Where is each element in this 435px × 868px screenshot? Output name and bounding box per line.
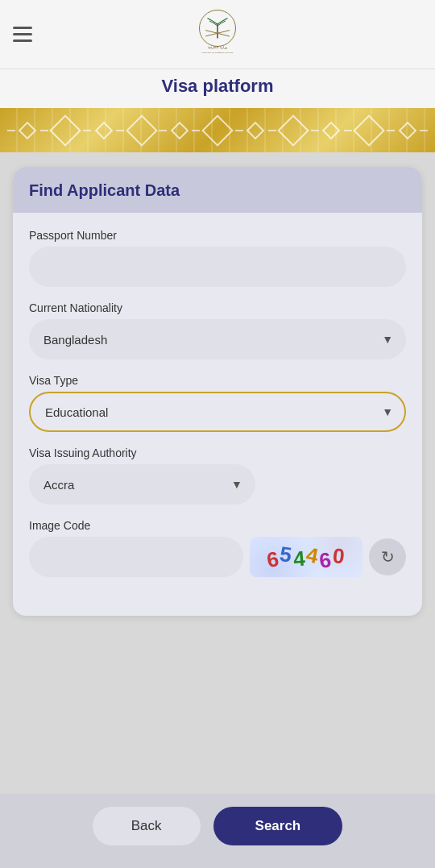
visa-type-group: Visa Type Educational Work Tourist Busin… bbox=[29, 374, 406, 432]
banner-diamond bbox=[246, 121, 265, 139]
menu-button[interactable] bbox=[13, 27, 32, 42]
card-heading: Find Applicant Data bbox=[29, 181, 406, 200]
banner-line bbox=[7, 130, 15, 131]
banner-line bbox=[116, 130, 124, 131]
banner-diamond bbox=[94, 121, 113, 139]
banner-line bbox=[311, 130, 319, 131]
banner-diamond bbox=[19, 121, 37, 139]
visa-type-select[interactable]: Educational Work Tourist Business Medica… bbox=[29, 392, 406, 432]
logo-area: وزارة الخارجية MINISTRY OF FOREIGN AFFAI… bbox=[193, 8, 242, 60]
bottom-bar: Back Search bbox=[0, 794, 435, 868]
main-card: Find Applicant Data Passport Number Curr… bbox=[13, 167, 422, 616]
banner-line bbox=[268, 130, 276, 131]
banner-diamond-large bbox=[50, 114, 82, 147]
svg-text:وزارة الخارجية: وزارة الخارجية bbox=[208, 45, 226, 49]
visa-type-label: Visa Type bbox=[29, 374, 406, 387]
banner-line bbox=[192, 130, 200, 131]
title-bar: Visa platform bbox=[0, 69, 435, 108]
nationality-select[interactable]: Bangladesh Pakistan India Egypt Other bbox=[29, 319, 406, 359]
passport-number-label: Passport Number bbox=[29, 229, 406, 242]
passport-number-group: Passport Number bbox=[29, 229, 406, 287]
banner-diamond-large bbox=[126, 114, 158, 147]
page-title: Visa platform bbox=[0, 76, 435, 97]
banner-pattern bbox=[0, 108, 435, 152]
banner-diamond bbox=[322, 121, 341, 139]
back-button[interactable]: Back bbox=[93, 807, 201, 845]
captcha-text: 654460 bbox=[267, 545, 346, 570]
banner-line bbox=[235, 130, 243, 131]
nationality-label: Current Nationality bbox=[29, 301, 406, 314]
issuing-authority-group: Visa Issuing Authority Accra Cairo Riyad… bbox=[29, 446, 406, 505]
issuing-authority-label: Visa Issuing Authority bbox=[29, 446, 406, 459]
captcha-refresh-button[interactable]: ↻ bbox=[369, 538, 406, 575]
banner-diamond bbox=[398, 121, 416, 139]
image-code-group: Image Code 654460 ↻ bbox=[29, 519, 406, 577]
image-code-row: 654460 ↻ bbox=[29, 537, 406, 577]
search-button[interactable]: Search bbox=[213, 807, 343, 845]
visa-type-select-wrapper: Educational Work Tourist Business Medica… bbox=[29, 392, 406, 432]
issuing-authority-select[interactable]: Accra Cairo Riyadh Other bbox=[29, 464, 255, 505]
banner-diamond-large bbox=[201, 114, 234, 147]
decorative-banner bbox=[0, 108, 435, 152]
banner-line bbox=[420, 130, 428, 131]
card-body: Passport Number Current Nationality Bang… bbox=[13, 213, 422, 600]
card-header: Find Applicant Data bbox=[13, 167, 422, 213]
banner-line bbox=[40, 130, 48, 131]
passport-number-input[interactable] bbox=[29, 247, 406, 287]
issuing-authority-select-wrapper: Accra Cairo Riyadh Other ▼ bbox=[29, 464, 255, 505]
banner-line bbox=[344, 130, 352, 131]
nationality-group: Current Nationality Bangladesh Pakistan … bbox=[29, 301, 406, 359]
image-code-label: Image Code bbox=[29, 519, 406, 532]
banner-diamond bbox=[171, 121, 189, 139]
captcha-image: 654460 bbox=[250, 537, 362, 577]
banner-diamond-large bbox=[354, 114, 386, 147]
captcha-digit-6: 0 bbox=[331, 543, 347, 570]
banner-line bbox=[83, 130, 91, 131]
banner-diamond-large bbox=[277, 114, 309, 147]
nationality-select-wrapper: Bangladesh Pakistan India Egypt Other ▼ bbox=[29, 319, 406, 359]
ministry-logo: وزارة الخارجية MINISTRY OF FOREIGN AFFAI… bbox=[193, 8, 242, 60]
image-code-input[interactable] bbox=[29, 537, 243, 577]
banner-line bbox=[159, 130, 167, 131]
svg-text:MINISTRY OF FOREIGN AFFAIRS: MINISTRY OF FOREIGN AFFAIRS bbox=[201, 52, 233, 54]
banner-line bbox=[387, 130, 395, 131]
header: وزارة الخارجية MINISTRY OF FOREIGN AFFAI… bbox=[0, 0, 435, 69]
